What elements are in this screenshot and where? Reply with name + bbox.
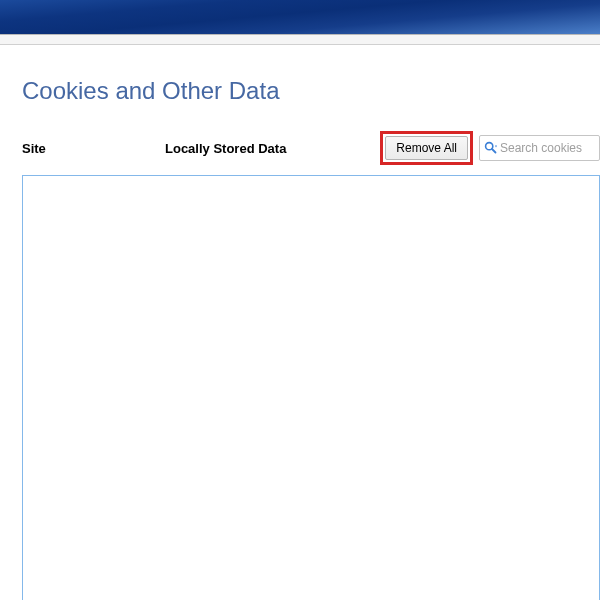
toolbar: Site Locally Stored Data Remove All — [22, 131, 600, 165]
top-banner — [0, 0, 600, 35]
search-input[interactable] — [500, 141, 595, 155]
page-title: Cookies and Other Data — [22, 77, 600, 105]
search-field-wrapper[interactable] — [479, 135, 600, 161]
cookies-list-pane[interactable] — [22, 175, 600, 600]
search-icon — [484, 141, 498, 155]
separator-bar — [0, 35, 600, 45]
content-area: Cookies and Other Data Site Locally Stor… — [0, 45, 600, 600]
column-header-site: Site — [22, 141, 165, 156]
highlight-annotation: Remove All — [380, 131, 473, 165]
svg-line-1 — [492, 149, 496, 153]
column-header-locally-stored: Locally Stored Data — [165, 141, 286, 156]
remove-all-button[interactable]: Remove All — [385, 136, 468, 160]
